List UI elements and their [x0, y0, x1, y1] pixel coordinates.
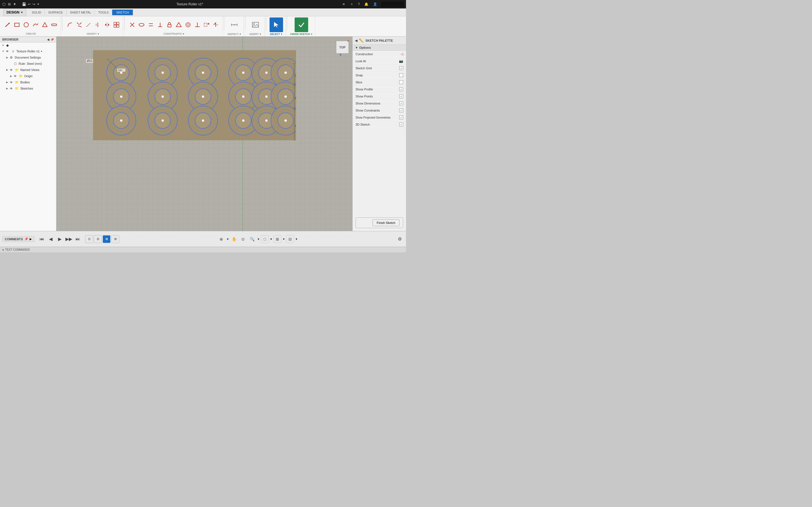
spline-tool-btn[interactable] — [31, 20, 40, 30]
grid-dropdown[interactable]: ▼ — [295, 238, 298, 240]
tab-surface[interactable]: SURFACE — [45, 10, 66, 15]
comments-expand-icon[interactable]: 📌 — [24, 237, 28, 240]
undo-dropdown[interactable]: ▼ — [37, 3, 40, 6]
pan-btn[interactable]: ✋ — [230, 235, 238, 243]
palette-row-snap[interactable]: Snap — [353, 72, 406, 79]
palette-row-look-at[interactable]: Look At 📷 — [353, 58, 406, 65]
line-tool-btn[interactable] — [3, 20, 12, 30]
user-icon[interactable]: 👤 — [371, 2, 379, 7]
undo-icon[interactable]: ↩ — [28, 2, 31, 6]
palette-row-sketch-grid[interactable]: Sketch Grid — [353, 65, 406, 72]
3d-sketch-checkbox[interactable] — [399, 122, 403, 126]
nav-next-btn[interactable]: ▶▶ — [65, 235, 73, 243]
browser-item-doc-settings[interactable]: ▶ ⚙ Document Settings — [0, 54, 56, 61]
browser-item-sketches[interactable]: ▶ 👁 📁 Sketches — [0, 86, 56, 92]
inspect-dropdown-icon[interactable]: ▼ — [239, 33, 241, 36]
comments-close-icon[interactable]: ▶ — [30, 237, 32, 240]
nav-first-btn[interactable]: ⏮ — [38, 235, 46, 243]
browser-collapse-btn[interactable]: ◀ — [47, 38, 49, 41]
browser-item-origin[interactable]: ▶ 👁 📁 Origin — [0, 73, 56, 79]
show-projected-checkbox[interactable] — [399, 115, 403, 119]
palette-row-3d-sketch[interactable]: 3D Sketch — [353, 121, 406, 128]
save-icon[interactable]: 💾 — [22, 2, 26, 6]
select-dropdown-icon[interactable]: ▼ — [281, 33, 283, 36]
browser-item-named-views[interactable]: ▶ 👁 📁 Named Views — [0, 67, 56, 73]
nav-play-btn[interactable]: ▶ — [56, 235, 64, 243]
palette-row-construction[interactable]: Construction ◁ — [353, 51, 406, 58]
view-mode-4-btn[interactable]: ⊞ — [111, 235, 119, 243]
palette-row-show-dimensions[interactable]: Show Dimensions — [353, 100, 406, 107]
settings-gear-btn[interactable]: ⚙ — [396, 235, 404, 243]
new-tab-btn[interactable]: + — [349, 2, 355, 7]
parallel-btn[interactable] — [147, 20, 155, 30]
tangent-btn[interactable] — [193, 20, 202, 30]
palette-row-show-profile[interactable]: Show Profile — [353, 86, 406, 93]
rectangle-tool-btn[interactable] — [13, 20, 21, 30]
close-tab-btn[interactable]: ✕ — [340, 2, 347, 7]
display-settings-btn[interactable]: □ — [261, 235, 269, 243]
colinear-btn[interactable] — [174, 20, 183, 30]
tab-sheet-metal[interactable]: SHEET METAL — [66, 10, 95, 15]
slot-tool-btn[interactable] — [50, 20, 58, 30]
lock-btn[interactable] — [165, 20, 174, 30]
project-btn[interactable] — [212, 20, 220, 30]
show-points-checkbox[interactable] — [399, 94, 403, 98]
redo-icon[interactable]: ↪ — [33, 2, 35, 6]
concentric-btn[interactable] — [184, 20, 192, 30]
pattern-tool-btn[interactable] — [112, 20, 121, 30]
canvas-area[interactable]: Ø10.00 200 TMP — [56, 37, 352, 231]
view-settings-btn[interactable]: ⊞ — [273, 235, 282, 243]
insert-dropdown-icon[interactable]: ▼ — [259, 33, 261, 36]
display-dropdown[interactable]: ▼ — [270, 238, 272, 240]
finish-sketch-ribbon-btn[interactable] — [295, 17, 308, 32]
palette-row-slice[interactable]: Slice — [353, 79, 406, 86]
perpendicular-btn[interactable] — [156, 20, 164, 30]
measure-btn[interactable] — [227, 17, 241, 32]
transform-btn[interactable]: ⊕ — [217, 235, 225, 243]
modify-dropdown-icon[interactable]: ▼ — [97, 33, 100, 35]
palette-collapse-icon[interactable]: ◀ — [355, 39, 357, 43]
tab-tools[interactable]: TOOLS — [95, 10, 112, 15]
browser-item-rule[interactable]: ▶ 📋 Rule: Steel (mm) — [0, 61, 56, 67]
tab-solid[interactable]: SOLID — [29, 10, 45, 15]
zoom-dropdown[interactable]: ▼ — [257, 238, 260, 240]
show-dimensions-checkbox[interactable] — [399, 101, 403, 105]
snap-checkbox[interactable] — [399, 73, 403, 77]
browser-item-bodies[interactable]: ▶ 👁 📁 Bodies — [0, 79, 56, 86]
app-grid-icon[interactable]: ⊞ — [8, 2, 11, 6]
nav-last-btn[interactable]: ⏭ — [74, 235, 82, 243]
show-profile-checkbox[interactable] — [399, 87, 403, 91]
slice-checkbox[interactable] — [399, 80, 403, 84]
offset-tool-btn[interactable] — [94, 20, 102, 30]
show-constraints-checkbox[interactable] — [399, 108, 403, 112]
view-mode-1-btn[interactable]: ⊡ — [85, 235, 93, 243]
ellipse-btn[interactable] — [137, 20, 146, 30]
trim-tool-btn[interactable] — [75, 20, 84, 30]
browser-item-document[interactable]: ▼ 👁 ⚙ Texture Roller v1 ● — [0, 48, 56, 54]
zoom-btn[interactable]: 🔍 — [248, 235, 256, 243]
tab-sketch[interactable]: SKETCH — [112, 10, 133, 15]
nav-prev-btn[interactable]: ◀ — [47, 235, 55, 243]
grid-settings-btn[interactable]: ⊟ — [286, 235, 294, 243]
insert-image-btn[interactable] — [249, 17, 262, 32]
fillet-tool-btn[interactable] — [66, 20, 74, 30]
polygon-tool-btn[interactable] — [41, 20, 49, 30]
transform-dropdown[interactable]: ▼ — [226, 238, 229, 240]
help-icon[interactable]: ? — [356, 2, 361, 7]
finish-sketch-dropdown-icon[interactable]: ▼ — [310, 33, 313, 36]
zoom-fit-btn[interactable]: ⊙ — [239, 235, 247, 243]
view-dropdown[interactable]: ▼ — [283, 238, 285, 240]
view-cube-top[interactable]: TOP — [336, 41, 349, 54]
notification-icon[interactable]: 🔔 — [363, 2, 370, 7]
palette-row-show-constraints[interactable]: Show Constraints — [353, 107, 406, 114]
constraints-dropdown-icon[interactable]: ▼ — [183, 33, 185, 35]
view-mode-2-btn[interactable]: ⊟ — [94, 235, 102, 243]
palette-options-header[interactable]: ▼ Options — [353, 45, 406, 51]
circle-tool-btn[interactable] — [22, 20, 31, 30]
mirror-tool-btn[interactable] — [103, 20, 111, 30]
design-dropdown[interactable]: DESIGN ▼ — [3, 8, 26, 16]
browser-item-collapse-all[interactable]: ▼ ◆ — [0, 43, 56, 48]
finish-sketch-btn[interactable]: Finish Sketch — [372, 219, 400, 226]
app-menu-icon[interactable]: ▼ — [13, 2, 16, 6]
palette-row-show-projected[interactable]: Show Projected Geometries — [353, 114, 406, 121]
